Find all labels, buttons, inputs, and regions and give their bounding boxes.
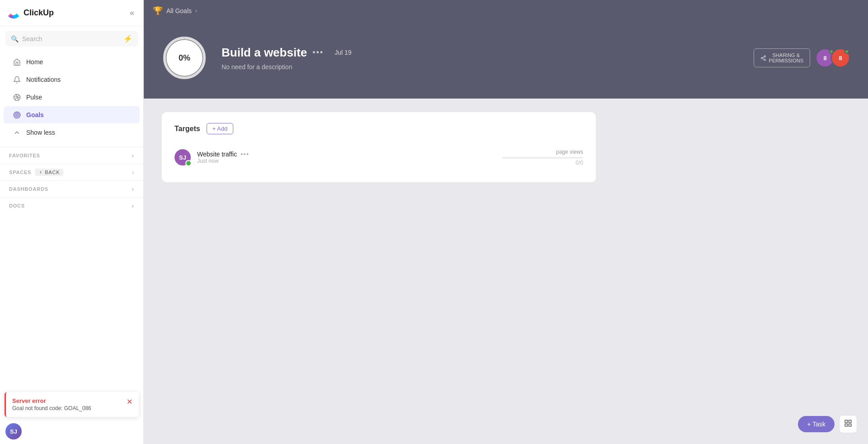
- targets-title: Targets: [175, 125, 200, 133]
- dashboards-label: DASHBOARDS: [9, 186, 48, 192]
- goal-date: Jul 19: [335, 49, 351, 56]
- pulse-icon: [13, 93, 21, 101]
- search-icon: 🔍: [11, 35, 19, 43]
- target-name: Website traffic: [197, 151, 237, 158]
- svg-line-10: [762, 57, 764, 57]
- error-title: Server error: [12, 397, 123, 404]
- chevron-right-icon: ›: [132, 202, 134, 209]
- home-icon: [13, 58, 21, 66]
- sidebar: ClickUp « 🔍 Search ⚡ Home Notifications …: [0, 0, 144, 444]
- error-message: Goal not found code: GOAL_086: [12, 405, 123, 411]
- clickup-logo-icon: [7, 7, 20, 19]
- sidebar-item-pulse[interactable]: Pulse: [4, 89, 140, 106]
- add-target-button[interactable]: + Add: [207, 123, 234, 134]
- sidebar-header: ClickUp «: [0, 0, 143, 26]
- chevron-right-icon: ›: [132, 152, 134, 159]
- spaces-label: SPACES: [9, 170, 31, 175]
- svg-point-2: [15, 113, 19, 117]
- error-toast: Server error Goal not found code: GOAL_0…: [5, 392, 139, 417]
- sharing-label: SHARING & PERMISSIONS: [769, 52, 803, 63]
- svg-point-8: [764, 59, 765, 60]
- svg-point-3: [16, 114, 18, 116]
- avatar-initials: 8: [839, 55, 842, 61]
- lightning-button[interactable]: ⚡: [123, 34, 132, 43]
- chevron-right-icon: ›: [132, 169, 134, 176]
- search-placeholder: Search: [22, 35, 42, 43]
- grid-view-button[interactable]: [839, 415, 857, 433]
- goal-title-row: Build a website ••• Jul 19: [222, 46, 739, 60]
- goal-more-button[interactable]: •••: [312, 48, 324, 57]
- sidebar-item-show-less[interactable]: Show less: [4, 124, 140, 141]
- sidebar-item-home[interactable]: Home: [4, 53, 140, 71]
- chevron-right-icon: ›: [132, 185, 134, 193]
- content-area: Targets + Add SJ Website traffic ••• Jus…: [144, 99, 868, 444]
- goal-actions: SHARING & PERMISSIONS 8 8: [754, 48, 850, 67]
- bell-icon: [13, 76, 21, 84]
- metric-progress-bar: [502, 157, 583, 159]
- sidebar-item-goals[interactable]: Goals: [4, 106, 140, 123]
- target-status-dot: [185, 160, 192, 166]
- avatar[interactable]: SJ: [5, 423, 22, 439]
- sidebar-nav: Home Notifications Pulse Goals Show less: [0, 51, 143, 143]
- sidebar-item-label: Goals: [26, 111, 44, 118]
- error-content: Server error Goal not found code: GOAL_0…: [12, 397, 123, 411]
- metric-value: 0/0: [502, 160, 583, 166]
- back-badge[interactable]: Back: [35, 169, 63, 176]
- collapse-sidebar-button[interactable]: «: [128, 6, 136, 19]
- logo-area: ClickUp: [7, 7, 54, 19]
- avatar-initials: SJ: [179, 154, 186, 161]
- avatar-2[interactable]: 8: [831, 48, 850, 67]
- spaces-label-area: SPACES Back: [9, 169, 63, 176]
- sidebar-section-dashboards[interactable]: DASHBOARDS ›: [0, 180, 143, 197]
- sidebar-item-label: Notifications: [26, 76, 61, 83]
- target-avatar: SJ: [175, 149, 191, 165]
- add-task-button[interactable]: + Task: [798, 416, 835, 432]
- svg-point-6: [764, 56, 765, 57]
- sidebar-item-label: Pulse: [26, 94, 42, 101]
- progress-percent: 0%: [166, 40, 203, 76]
- sidebar-section-spaces[interactable]: SPACES Back ›: [0, 164, 143, 180]
- search-bar[interactable]: 🔍 Search ⚡: [5, 31, 138, 47]
- sidebar-item-notifications[interactable]: Notifications: [4, 71, 140, 88]
- docs-label: DOCS: [9, 203, 25, 208]
- target-more-button[interactable]: •••: [241, 151, 249, 158]
- sidebar-section-docs[interactable]: DOCS ›: [0, 197, 143, 214]
- trophy-icon: 🏆: [153, 6, 163, 16]
- progress-circle: 0%: [162, 35, 207, 80]
- target-metric: page views 0/0: [502, 149, 583, 166]
- svg-rect-13: [845, 424, 847, 426]
- breadcrumb-arrow-icon: ›: [195, 8, 197, 14]
- online-dot: [844, 49, 849, 54]
- svg-line-9: [762, 58, 764, 59]
- all-goals-link[interactable]: All Goals: [166, 7, 192, 14]
- favorites-label: FAVORITES: [9, 153, 40, 158]
- goal-info: Build a website ••• Jul 19 No need for a…: [222, 46, 739, 71]
- targets-card: Targets + Add SJ Website traffic ••• Jus…: [162, 112, 596, 182]
- error-close-button[interactable]: ✕: [123, 397, 132, 406]
- goal-description: No need for a description: [222, 63, 739, 71]
- metric-label: page views: [502, 149, 583, 155]
- sidebar-item-label: Show less: [26, 129, 55, 136]
- sharing-permissions-button[interactable]: SHARING & PERMISSIONS: [754, 48, 810, 67]
- avatar-group: 8 8: [816, 48, 850, 67]
- app-name: ClickUp: [24, 8, 54, 18]
- goal-title: Build a website: [222, 46, 307, 60]
- sidebar-section-favorites[interactable]: FAVORITES ›: [0, 147, 143, 164]
- avatar-initials: 8: [823, 55, 826, 61]
- svg-point-7: [761, 57, 762, 58]
- svg-rect-11: [845, 420, 847, 422]
- svg-rect-14: [849, 424, 851, 426]
- back-label: Back: [45, 170, 60, 175]
- goals-icon: [13, 111, 21, 119]
- top-bar: 🏆 All Goals ›: [144, 0, 868, 22]
- targets-header: Targets + Add: [175, 123, 583, 134]
- main-content: 🏆 All Goals › 0% Build a website ••• Jul…: [144, 0, 868, 444]
- show-less-icon: [13, 128, 21, 137]
- bottom-right-actions: + Task: [798, 415, 857, 433]
- goal-header: 0% Build a website ••• Jul 19 No need fo…: [144, 22, 868, 99]
- sidebar-item-label: Home: [26, 58, 43, 66]
- table-row: SJ Website traffic ••• Just now page vie…: [175, 143, 583, 171]
- target-name-row: Website traffic •••: [197, 151, 495, 158]
- target-info: Website traffic ••• Just now: [197, 151, 495, 164]
- svg-rect-12: [849, 420, 851, 422]
